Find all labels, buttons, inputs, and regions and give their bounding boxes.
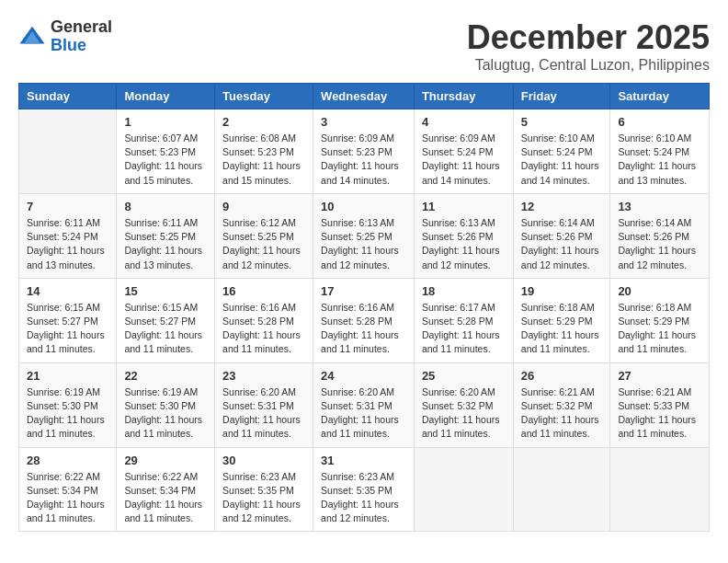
- day-cell: 9Sunrise: 6:12 AMSunset: 5:25 PMDaylight…: [215, 193, 313, 278]
- day-number: 27: [618, 369, 701, 383]
- location-title: Talugtug, Central Luzon, Philippines: [467, 57, 710, 74]
- day-number: 4: [422, 115, 506, 129]
- title-block: December 2025 Talugtug, Central Luzon, P…: [467, 18, 710, 74]
- day-cell: 8Sunrise: 6:11 AMSunset: 5:25 PMDaylight…: [117, 193, 215, 278]
- day-number: 19: [521, 284, 603, 298]
- header-cell-friday: Friday: [513, 84, 610, 109]
- day-cell: 30Sunrise: 6:23 AMSunset: 5:35 PMDayligh…: [215, 447, 313, 532]
- day-number: 21: [27, 369, 108, 383]
- day-number: 15: [124, 284, 207, 298]
- day-info: Sunrise: 6:15 AMSunset: 5:27 PMDaylight:…: [27, 301, 108, 357]
- day-cell: 10Sunrise: 6:13 AMSunset: 5:25 PMDayligh…: [313, 193, 415, 278]
- day-number: 6: [618, 115, 701, 129]
- day-cell: 14Sunrise: 6:15 AMSunset: 5:27 PMDayligh…: [19, 278, 117, 362]
- day-info: Sunrise: 6:10 AMSunset: 5:24 PMDaylight:…: [521, 132, 603, 188]
- week-row-3: 14Sunrise: 6:15 AMSunset: 5:27 PMDayligh…: [19, 278, 710, 362]
- day-number: 17: [321, 284, 406, 298]
- day-number: 20: [618, 284, 701, 298]
- week-row-2: 7Sunrise: 6:11 AMSunset: 5:24 PMDaylight…: [19, 193, 710, 278]
- day-cell: 29Sunrise: 6:22 AMSunset: 5:34 PMDayligh…: [117, 447, 215, 532]
- day-cell: 31Sunrise: 6:23 AMSunset: 5:35 PMDayligh…: [313, 447, 415, 532]
- day-info: Sunrise: 6:14 AMSunset: 5:26 PMDaylight:…: [521, 216, 603, 272]
- day-number: 11: [422, 200, 506, 213]
- header-cell-tuesday: Tuesday: [215, 84, 313, 109]
- day-cell: 6Sunrise: 6:10 AMSunset: 5:24 PMDaylight…: [610, 109, 710, 194]
- header-row: SundayMondayTuesdayWednesdayThursdayFrid…: [19, 84, 710, 109]
- day-info: Sunrise: 6:10 AMSunset: 5:24 PMDaylight:…: [618, 132, 701, 188]
- day-cell: 26Sunrise: 6:21 AMSunset: 5:32 PMDayligh…: [513, 362, 610, 447]
- day-cell: 19Sunrise: 6:18 AMSunset: 5:29 PMDayligh…: [513, 278, 610, 362]
- page-header: General Blue December 2025 Talugtug, Cen…: [18, 18, 710, 74]
- day-info: Sunrise: 6:18 AMSunset: 5:29 PMDaylight:…: [521, 301, 603, 357]
- logo-general: General: [51, 18, 112, 37]
- day-cell: 13Sunrise: 6:14 AMSunset: 5:26 PMDayligh…: [610, 193, 710, 278]
- calendar-body: 1Sunrise: 6:07 AMSunset: 5:23 PMDaylight…: [19, 109, 710, 532]
- day-number: 28: [27, 454, 108, 467]
- day-cell: 2Sunrise: 6:08 AMSunset: 5:23 PMDaylight…: [215, 109, 313, 194]
- day-number: 22: [124, 369, 207, 383]
- day-number: 29: [124, 454, 207, 467]
- day-info: Sunrise: 6:23 AMSunset: 5:35 PMDaylight:…: [222, 470, 305, 526]
- day-cell: 16Sunrise: 6:16 AMSunset: 5:28 PMDayligh…: [215, 278, 313, 362]
- day-info: Sunrise: 6:08 AMSunset: 5:23 PMDaylight:…: [222, 132, 305, 188]
- day-number: 10: [321, 200, 406, 213]
- week-row-5: 28Sunrise: 6:22 AMSunset: 5:34 PMDayligh…: [19, 447, 710, 532]
- day-cell: 22Sunrise: 6:19 AMSunset: 5:30 PMDayligh…: [117, 362, 215, 447]
- day-cell: 23Sunrise: 6:20 AMSunset: 5:31 PMDayligh…: [215, 362, 313, 447]
- day-number: 5: [521, 115, 603, 129]
- month-title: December 2025: [467, 18, 710, 57]
- day-number: 8: [124, 200, 207, 213]
- day-number: 2: [222, 115, 305, 129]
- day-info: Sunrise: 6:20 AMSunset: 5:31 PMDaylight:…: [222, 385, 305, 442]
- day-cell: [19, 109, 117, 194]
- day-info: Sunrise: 6:14 AMSunset: 5:26 PMDaylight:…: [618, 216, 701, 272]
- header-cell-monday: Monday: [117, 84, 215, 109]
- day-info: Sunrise: 6:11 AMSunset: 5:24 PMDaylight:…: [27, 216, 108, 272]
- day-info: Sunrise: 6:16 AMSunset: 5:28 PMDaylight:…: [321, 301, 406, 357]
- logo: General Blue: [18, 18, 112, 55]
- day-number: 31: [321, 454, 406, 467]
- day-cell: 17Sunrise: 6:16 AMSunset: 5:28 PMDayligh…: [313, 278, 415, 362]
- day-info: Sunrise: 6:07 AMSunset: 5:23 PMDaylight:…: [124, 132, 207, 188]
- day-cell: 21Sunrise: 6:19 AMSunset: 5:30 PMDayligh…: [19, 362, 117, 447]
- logo-icon: [18, 23, 46, 51]
- day-cell: 28Sunrise: 6:22 AMSunset: 5:34 PMDayligh…: [19, 447, 117, 532]
- day-number: 23: [222, 369, 305, 383]
- header-cell-thursday: Thursday: [414, 84, 513, 109]
- day-cell: 24Sunrise: 6:20 AMSunset: 5:31 PMDayligh…: [313, 362, 415, 447]
- week-row-1: 1Sunrise: 6:07 AMSunset: 5:23 PMDaylight…: [19, 109, 710, 194]
- day-number: 26: [521, 369, 603, 383]
- day-info: Sunrise: 6:15 AMSunset: 5:27 PMDaylight:…: [124, 301, 207, 357]
- day-cell: [513, 447, 610, 532]
- day-info: Sunrise: 6:21 AMSunset: 5:33 PMDaylight:…: [618, 385, 701, 442]
- day-cell: 1Sunrise: 6:07 AMSunset: 5:23 PMDaylight…: [117, 109, 215, 194]
- header-cell-sunday: Sunday: [19, 84, 117, 109]
- day-number: 7: [27, 200, 108, 213]
- day-info: Sunrise: 6:22 AMSunset: 5:34 PMDaylight:…: [27, 470, 108, 526]
- day-cell: 15Sunrise: 6:15 AMSunset: 5:27 PMDayligh…: [117, 278, 215, 362]
- day-cell: [610, 447, 710, 532]
- day-number: 24: [321, 369, 406, 383]
- header-cell-saturday: Saturday: [610, 84, 710, 109]
- day-info: Sunrise: 6:11 AMSunset: 5:25 PMDaylight:…: [124, 216, 207, 272]
- day-info: Sunrise: 6:22 AMSunset: 5:34 PMDaylight:…: [124, 470, 207, 526]
- day-info: Sunrise: 6:09 AMSunset: 5:23 PMDaylight:…: [321, 132, 406, 188]
- day-info: Sunrise: 6:21 AMSunset: 5:32 PMDaylight:…: [521, 385, 603, 442]
- day-number: 30: [222, 454, 305, 467]
- day-number: 12: [521, 200, 603, 213]
- day-cell: 4Sunrise: 6:09 AMSunset: 5:24 PMDaylight…: [414, 109, 513, 194]
- day-number: 9: [222, 200, 305, 213]
- logo-blue: Blue: [51, 37, 112, 55]
- day-cell: 7Sunrise: 6:11 AMSunset: 5:24 PMDaylight…: [19, 193, 117, 278]
- day-cell: 20Sunrise: 6:18 AMSunset: 5:29 PMDayligh…: [610, 278, 710, 362]
- day-number: 1: [124, 115, 207, 129]
- calendar-header: SundayMondayTuesdayWednesdayThursdayFrid…: [19, 84, 710, 109]
- day-cell: 12Sunrise: 6:14 AMSunset: 5:26 PMDayligh…: [513, 193, 610, 278]
- day-cell: 27Sunrise: 6:21 AMSunset: 5:33 PMDayligh…: [610, 362, 710, 447]
- day-cell: 3Sunrise: 6:09 AMSunset: 5:23 PMDaylight…: [313, 109, 415, 194]
- day-info: Sunrise: 6:09 AMSunset: 5:24 PMDaylight:…: [422, 132, 506, 188]
- day-number: 3: [321, 115, 406, 129]
- day-number: 25: [422, 369, 506, 383]
- day-number: 18: [422, 284, 506, 298]
- day-info: Sunrise: 6:17 AMSunset: 5:28 PMDaylight:…: [422, 301, 506, 357]
